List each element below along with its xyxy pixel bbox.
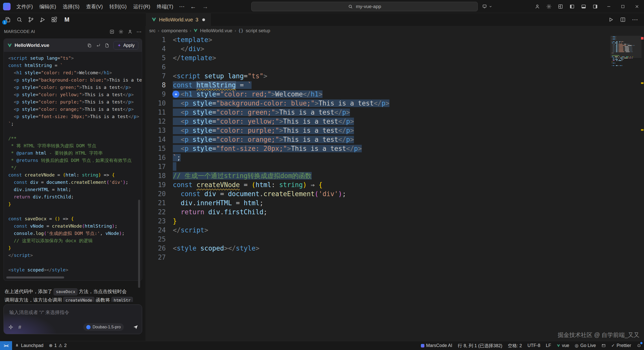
- new-chat-icon[interactable]: [109, 29, 114, 34]
- prettier-button[interactable]: ✓ Prettier: [609, 341, 634, 350]
- account-icon[interactable]: [532, 2, 542, 12]
- new-file-icon[interactable]: [105, 43, 109, 48]
- panel-settings-gear-icon[interactable]: [118, 29, 124, 34]
- browser-preview-button[interactable]: [599, 341, 609, 350]
- editor-line-20[interactable]: 20 const div = document.createElement('d…: [146, 189, 644, 198]
- remote-indicator[interactable]: ><: [0, 341, 12, 350]
- source-control-icon[interactable]: [26, 15, 36, 24]
- language-mode-button[interactable]: vue: [554, 341, 572, 350]
- editor-line-21[interactable]: 21 div.innerHTML = html;: [146, 198, 644, 207]
- editor-line-4[interactable]: 4 </div>: [146, 44, 644, 53]
- menu-item-0[interactable]: 文件(F): [13, 2, 36, 11]
- menu-item-1[interactable]: 编辑(E): [36, 2, 60, 11]
- customize-layout-icon[interactable]: [555, 2, 566, 12]
- breadcrumb-src[interactable]: src: [149, 28, 155, 33]
- problems-button[interactable]: ⊗ 1 ⚠ 2: [46, 341, 70, 350]
- run-file-button[interactable]: [608, 17, 614, 23]
- nav-forward-icon[interactable]: →: [199, 3, 211, 10]
- editor-line-10[interactable]: 10 <p style="background-color: blue;">Th…: [146, 99, 644, 108]
- suggested-code-block[interactable]: <script setup lang="ts">const htmlString…: [4, 52, 142, 275]
- profile-icon[interactable]: [128, 29, 133, 34]
- editor-line-11[interactable]: 11 <p style="color: green;">This is a te…: [146, 108, 644, 117]
- editor-line-17[interactable]: 17: [146, 162, 644, 171]
- editor-line-18[interactable]: 18// 生成一个通过string转换成虚拟dom的函数: [146, 171, 644, 180]
- breadcrumb-symbol[interactable]: script setup: [246, 28, 270, 33]
- chat-input-box[interactable]: 输入消息或者 "/" 来选择指令 # Doubao-1.5-pro: [4, 304, 142, 334]
- model-selector[interactable]: Doubao-1.5-pro: [83, 323, 124, 331]
- editor-line-7[interactable]: 7<script setup lang="ts">: [146, 72, 644, 81]
- menu-item-4[interactable]: 转到(G): [106, 2, 130, 11]
- apply-button[interactable]: Apply: [113, 41, 138, 50]
- editor-line-23[interactable]: 23}: [146, 217, 644, 226]
- editor-line-6[interactable]: 6: [146, 62, 644, 72]
- explorer-badge: 1: [2, 20, 7, 25]
- editor-line-22[interactable]: 22 return div.firstChild;: [146, 207, 644, 217]
- editor-line-26[interactable]: 26<style scoped></style>: [146, 244, 644, 253]
- minimap[interactable]: [612, 36, 640, 68]
- settings-gear-icon[interactable]: [544, 2, 554, 12]
- editor-line-8[interactable]: 8const htmlString = `: [146, 81, 644, 90]
- suggested-code-line: <p style="color: green;">This is a test<…: [8, 84, 137, 91]
- ide-window: 文件(F)编辑(E)选择(S)查看(V)转到(G)运行(R)终端(T) ⋯ ← …: [0, 0, 644, 350]
- editor-line-14[interactable]: 14 <p style="color: orange;">This is a t…: [146, 135, 644, 144]
- marscode-status-button[interactable]: MarsCode AI: [418, 341, 455, 350]
- inline-ai-action-icon[interactable]: [172, 91, 179, 98]
- command-center-search[interactable]: my-vue-app: [251, 2, 478, 11]
- menu-item-6[interactable]: 终端(T): [153, 2, 177, 11]
- indentation-button[interactable]: 空格: 2: [505, 341, 525, 350]
- run-debug-icon[interactable]: [38, 15, 47, 24]
- editor-line-19[interactable]: 19const createVNode = (html: string) ⇒ {: [146, 180, 644, 189]
- split-editor-button[interactable]: [620, 17, 626, 23]
- editor-line-25[interactable]: 25: [146, 235, 644, 244]
- copy-code-icon[interactable]: [87, 43, 92, 48]
- code-editor[interactable]: 1<template>4 </div>5</template>67<script…: [146, 35, 644, 341]
- eol-button[interactable]: LF: [543, 341, 554, 350]
- minimize-button[interactable]: [602, 0, 616, 13]
- menu-item-3[interactable]: 查看(V): [83, 2, 106, 11]
- line-number: 24: [146, 226, 166, 235]
- editor-line-24[interactable]: 24</script>: [146, 226, 644, 235]
- code-token: <: [181, 99, 185, 107]
- editor-line-12[interactable]: 12 <p style="color: yellow;">This is a t…: [146, 117, 644, 126]
- sidebar-scrollbar[interactable]: [138, 200, 140, 288]
- send-button[interactable]: [133, 324, 138, 330]
- editor-line-16[interactable]: 16`;: [146, 153, 644, 162]
- editor-line-15[interactable]: 15 <p style="font-size: 20px;">This is a…: [146, 144, 644, 153]
- breadcrumb-components[interactable]: components: [162, 28, 188, 33]
- prompt-sparkle-icon[interactable]: [8, 325, 13, 330]
- toggle-panel-bottom-icon[interactable]: [579, 2, 589, 12]
- maximize-button[interactable]: [616, 0, 630, 13]
- toggle-sidebar-left-icon[interactable]: [567, 2, 577, 12]
- remote-window-button[interactable]: [482, 4, 492, 9]
- encoding-button[interactable]: UTF-8: [525, 341, 543, 350]
- explorer-icon[interactable]: 1: [3, 15, 13, 24]
- app-logo-icon[interactable]: [3, 3, 11, 10]
- editor-line-13[interactable]: 13 <p style="color: purple;">This is a t…: [146, 126, 644, 135]
- editor-line-27[interactable]: 27: [146, 253, 644, 262]
- cursor-position-button[interactable]: 行 8, 列 1 (已选择382): [455, 341, 505, 350]
- notifications-button[interactable]: [634, 341, 644, 350]
- code-horizontal-scrollbar[interactable]: [5, 276, 140, 278]
- extensions-icon[interactable]: [49, 15, 59, 24]
- menu-more-icon[interactable]: ⋯: [177, 3, 187, 10]
- breadcrumb[interactable]: src › components › HelloWorld.vue › {} s…: [146, 26, 644, 35]
- launchpad-button[interactable]: Launchpad: [12, 341, 46, 350]
- go-live-button[interactable]: ◎ Go Live: [572, 341, 599, 350]
- menu-item-5[interactable]: 运行(R): [130, 2, 153, 11]
- toggle-sidebar-right-icon[interactable]: [590, 2, 600, 12]
- editor-line-1[interactable]: 1<template>: [146, 35, 644, 44]
- code-token: p: [185, 145, 189, 152]
- marscode-icon[interactable]: M: [64, 16, 69, 23]
- insert-code-icon[interactable]: [96, 43, 101, 48]
- nav-back-icon[interactable]: ←: [187, 3, 199, 10]
- tab-helloworld[interactable]: HelloWorld.vue 3: [146, 13, 211, 26]
- search-panel-icon[interactable]: [15, 15, 24, 24]
- menu-item-2[interactable]: 选择(S): [59, 2, 83, 11]
- close-button[interactable]: [630, 0, 644, 13]
- editor-line-5[interactable]: 5</template>: [146, 53, 644, 62]
- panel-more-icon[interactable]: ⋯: [137, 29, 142, 35]
- editor-more-actions-button[interactable]: ⋯: [632, 16, 638, 23]
- context-hash-icon[interactable]: #: [18, 324, 21, 330]
- editor-line-9[interactable]: 9 <h1 style="color: red;">Welcome</h1>: [146, 90, 644, 99]
- breadcrumb-file[interactable]: HelloWorld.vue: [200, 28, 232, 33]
